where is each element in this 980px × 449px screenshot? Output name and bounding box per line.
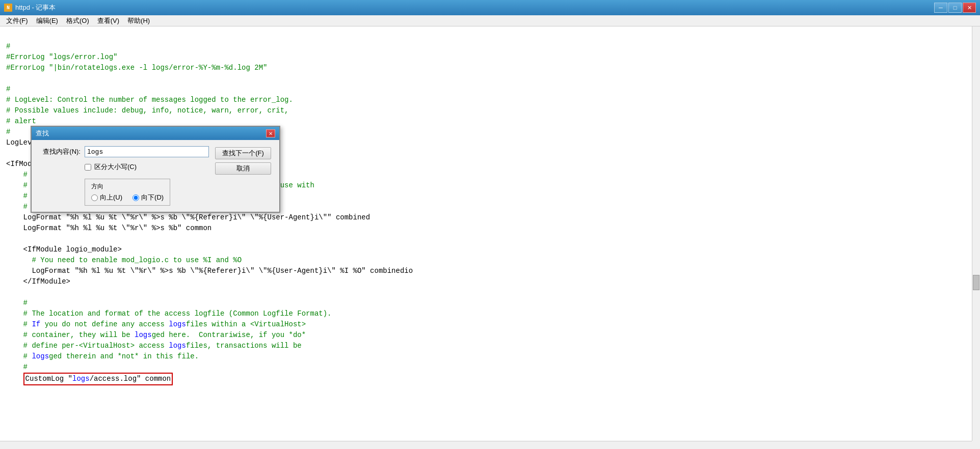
menu-edit[interactable]: 编辑(E) [32, 15, 62, 26]
find-dialog: 查找 ✕ 查找内容(N): 区分大小写(C) [31, 126, 280, 213]
editor-content[interactable]: # #ErrorLog "logs/error.log" #ErrorLog "… [0, 26, 972, 441]
find-dialog-body: 查找内容(N): 区分大小写(C) 方向 [32, 140, 279, 212]
menu-view[interactable]: 查看(V) [93, 15, 123, 26]
search-row: 查找内容(N): [40, 146, 209, 157]
horizontal-scrollbar[interactable] [0, 441, 972, 449]
direction-box: 方向 向上(U) 向下(D) [85, 179, 170, 206]
title-bar-left: N httpd - 记事本 [4, 3, 56, 12]
vertical-scrollbar[interactable] [972, 26, 980, 441]
search-label: 查找内容(N): [40, 147, 81, 156]
minimize-button[interactable]: ─ [934, 3, 947, 13]
window-title: httpd - 记事本 [15, 3, 56, 12]
menu-help[interactable]: 帮助(H) [123, 15, 154, 26]
title-bar: N httpd - 记事本 ─ □ ✕ [0, 0, 980, 15]
close-button[interactable]: ✕ [963, 3, 976, 13]
radio-up-item: 向上(U) [91, 193, 122, 202]
case-sensitive-checkbox[interactable] [85, 164, 91, 171]
radio-down-item: 向下(D) [133, 193, 164, 202]
cancel-button[interactable]: 取消 [215, 162, 271, 175]
direction-radio-row: 向上(U) 向下(D) [91, 193, 164, 202]
direction-label: 方向 [91, 182, 164, 191]
radio-down[interactable] [133, 194, 139, 201]
maximize-button[interactable]: □ [948, 3, 962, 13]
editor-container: # #ErrorLog "logs/error.log" #ErrorLog "… [0, 26, 980, 449]
options-row: 区分大小写(C) 方向 向上(U) [85, 162, 209, 206]
find-dialog-title-bar: 查找 ✕ [32, 127, 279, 140]
radio-down-label[interactable]: 向下(D) [141, 193, 164, 202]
menu-format[interactable]: 格式(O) [62, 15, 93, 26]
scrollbar-corner [972, 441, 980, 449]
menu-bar: 文件(F) 编辑(E) 格式(O) 查看(V) 帮助(H) [0, 15, 980, 26]
find-dialog-close-button[interactable]: ✕ [266, 129, 275, 137]
radio-up-label[interactable]: 向上(U) [100, 193, 122, 202]
window-controls[interactable]: ─ □ ✕ [934, 3, 976, 13]
menu-file[interactable]: 文件(F) [2, 15, 32, 26]
app-icon: N [4, 4, 12, 12]
search-input[interactable] [85, 146, 209, 157]
scrollbar-thumb[interactable] [973, 275, 979, 290]
dialog-buttons: 查找下一个(F) 取消 [215, 146, 271, 175]
radio-up[interactable] [91, 194, 98, 201]
case-sensitive-label[interactable]: 区分大小写(C) [94, 162, 137, 172]
find-next-button[interactable]: 查找下一个(F) [215, 147, 271, 159]
case-sensitive-row: 区分大小写(C) [85, 162, 170, 172]
find-dialog-title-text: 查找 [36, 129, 49, 138]
